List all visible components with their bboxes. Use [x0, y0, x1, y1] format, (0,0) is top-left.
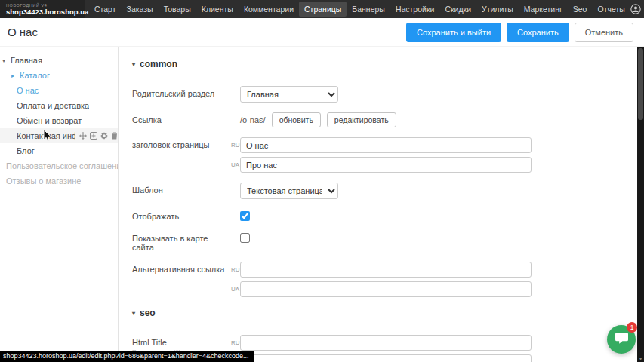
add-page-icon[interactable] [90, 132, 97, 140]
field-alt-link: Альтернативная ссылка RU UA [132, 262, 637, 297]
menu-item-seo[interactable]: Seo [568, 2, 593, 17]
menu-item-utilities[interactable]: Утилиты [476, 2, 519, 17]
tree-item-contact-info[interactable]: Контактная инфор [0, 128, 118, 143]
save-and-exit-button[interactable]: Сохранить и выйти [406, 23, 501, 42]
tree-item-label: Контактная инфор [17, 131, 75, 140]
lang-ua-label: UA [231, 286, 240, 293]
menu-item-products[interactable]: Товары [159, 2, 196, 17]
tree-item-home[interactable]: ▾ Главная [0, 53, 118, 68]
tree-item-label: Пользовательское соглашение [6, 161, 118, 170]
tree-item-catalog[interactable]: ▸ Каталог [0, 68, 118, 83]
edit-link-button[interactable]: редактировать [327, 112, 396, 127]
status-bar-url: shop34423.horoshop.ua/edit/edit.php?id=6… [0, 351, 254, 362]
menu-item-comments[interactable]: Комментарии [239, 2, 299, 17]
tree-item-label: Каталог [20, 71, 50, 80]
topbar-icons [630, 4, 644, 14]
tree-item-label: Оплата и доставка [17, 101, 89, 110]
scrollbar-thumb[interactable] [638, 48, 643, 120]
page-title-ua-input[interactable] [240, 157, 532, 173]
alt-link-label: Альтернативная ссылка [132, 262, 231, 274]
tree-item-payment-delivery[interactable]: Оплата и доставка [0, 98, 118, 113]
lang-ru-label: RU [231, 339, 240, 346]
page-scrollbar[interactable]: ▾ [637, 47, 644, 362]
lang-ru-label: RU [231, 142, 240, 149]
alt-link-ru-input[interactable] [240, 262, 532, 278]
page-edit-form: ▾ common Родительский раздел Главная Ссы… [119, 47, 637, 362]
store-domain: shop34423.horoshop.ua [6, 8, 77, 16]
field-link: Ссылка /o-nas/ обновить редактировать [132, 112, 637, 127]
menu-item-start[interactable]: Старт [89, 2, 122, 17]
menu-item-clients[interactable]: Клиенты [196, 2, 239, 17]
tree-item-label: О нас [17, 86, 39, 95]
section-common-header[interactable]: ▾ common [132, 59, 637, 69]
lang-ru-label: RU [231, 266, 240, 273]
page-header: О нас Сохранить и выйти Сохранить Отмени… [0, 18, 644, 47]
menu-item-discounts[interactable]: Скидки [439, 2, 476, 17]
menu-item-orders[interactable]: Заказы [122, 2, 159, 17]
delete-trash-icon[interactable] [111, 132, 118, 140]
tree-item-label: Главная [11, 56, 42, 65]
tree-item-exchange-return[interactable]: Обмен и возврат [0, 113, 118, 128]
tree-item-blog[interactable]: Блог [0, 143, 118, 158]
section-seo-header[interactable]: ▾ seo [132, 308, 637, 318]
field-parent-section: Родительский раздел Главная [132, 86, 637, 103]
field-sitemap: Показывать в карте сайта [132, 231, 637, 252]
menu-item-reports[interactable]: Отчеты [592, 2, 630, 17]
account-icon[interactable] [630, 4, 641, 14]
header-buttons: Сохранить и выйти Сохранить Отменить [406, 23, 633, 42]
chat-unread-badge: 1 [627, 322, 637, 333]
section-common-title: common [140, 59, 177, 69]
page-url-text: /o-nas/ [240, 115, 266, 124]
tree-item-label: Обмен и возврат [17, 116, 82, 125]
refresh-link-button[interactable]: обновить [272, 112, 321, 127]
page-title-ru-input[interactable] [240, 137, 532, 153]
collapse-arrow-icon[interactable]: ▾ [2, 57, 10, 64]
template-label: Шаблон [132, 183, 231, 195]
move-icon[interactable] [79, 132, 87, 140]
save-button[interactable]: Сохранить [507, 23, 569, 42]
menu-item-banners[interactable]: Баннеры [347, 2, 390, 17]
display-label: Отображать [132, 209, 231, 221]
section-seo-title: seo [140, 308, 156, 318]
tree-item-label: Отзывы о магазине [6, 176, 81, 186]
expand-arrow-icon[interactable]: ▸ [11, 72, 19, 79]
tree-item-user-agreement[interactable]: Пользовательское соглашение [0, 158, 118, 173]
sitemap-checkbox[interactable] [240, 233, 250, 243]
tree-item-actions [79, 132, 118, 140]
chat-icon [615, 332, 629, 348]
tree-item-label: Блог [17, 146, 35, 155]
collapse-arrow-icon: ▾ [132, 61, 135, 68]
link-label: Ссылка [132, 112, 231, 124]
field-template: Шаблон Текстовая страница [132, 183, 637, 199]
field-display: Отображать [132, 209, 637, 221]
store-info[interactable]: НОВОГОДНИЙ V4 shop34423.horoshop.ua [0, 0, 85, 18]
html-title-ua-input[interactable] [240, 354, 532, 362]
html-title-ru-input[interactable] [240, 335, 532, 351]
menu-item-marketing[interactable]: Маркетинг [519, 2, 568, 17]
lang-ua-label: UA [231, 161, 240, 168]
parent-section-select[interactable]: Главная [240, 86, 338, 103]
field-page-title: заголовок страницы RU UA [132, 137, 637, 173]
display-checkbox[interactable] [240, 211, 250, 221]
main-menu: Старт Заказы Товары Клиенты Комментарии … [89, 0, 630, 18]
sitemap-label: Показывать в карте сайта [132, 231, 231, 252]
settings-gear-icon[interactable] [100, 132, 108, 140]
parent-section-label: Родительский раздел [132, 86, 231, 98]
tree-item-store-reviews[interactable]: Отзывы о магазине [0, 173, 118, 189]
cancel-button[interactable]: Отменить [575, 23, 633, 42]
topbar: НОВОГОДНИЙ V4 shop34423.horoshop.ua Стар… [0, 0, 644, 18]
pages-tree-sidebar: ▾ Главная ▸ Каталог О нас Оплата и доста… [0, 47, 119, 362]
page-title-label: заголовок страницы [132, 137, 231, 149]
collapse-arrow-icon: ▾ [132, 310, 135, 317]
html-title-label: Html Title [132, 338, 231, 347]
page-title: О нас [8, 26, 38, 38]
menu-item-pages[interactable]: Страницы [299, 2, 347, 17]
chat-widget-button[interactable]: 1 [607, 325, 636, 354]
tree-item-about[interactable]: О нас [0, 83, 118, 98]
alt-link-ua-input[interactable] [240, 281, 532, 297]
scroll-down-arrow-icon[interactable]: ▾ [637, 356, 644, 361]
template-select[interactable]: Текстовая страница [240, 183, 338, 199]
menu-item-settings[interactable]: Настройки [390, 2, 440, 17]
